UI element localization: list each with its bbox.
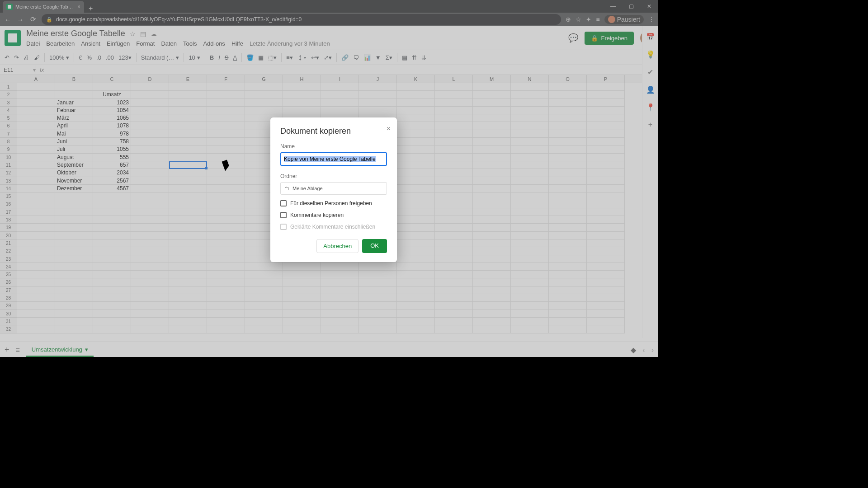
folder-picker[interactable]: 🗀 Meine Ablage <box>280 182 387 195</box>
folder-field-label: Ordner <box>280 173 387 179</box>
close-dialog-icon[interactable]: × <box>387 125 391 133</box>
include-resolved-checkbox: Geklärte Kommentare einschließen <box>280 224 387 230</box>
share-same-people-checkbox[interactable]: Für dieselben Personen freigeben <box>280 200 387 206</box>
cancel-button[interactable]: Abbrechen <box>316 239 359 253</box>
copy-comments-checkbox[interactable]: Kommentare kopieren <box>280 212 387 218</box>
document-name-input[interactable]: Kopie von Meine erste Google Tabelle <box>280 152 387 166</box>
folder-icon: 🗀 <box>284 185 290 192</box>
name-field-label: Name <box>280 143 387 150</box>
dialog-title: Dokument kopieren <box>280 127 387 136</box>
copy-document-dialog: Dokument kopieren × Name Kopie von Meine… <box>270 117 397 262</box>
ok-button[interactable]: OK <box>362 239 387 253</box>
